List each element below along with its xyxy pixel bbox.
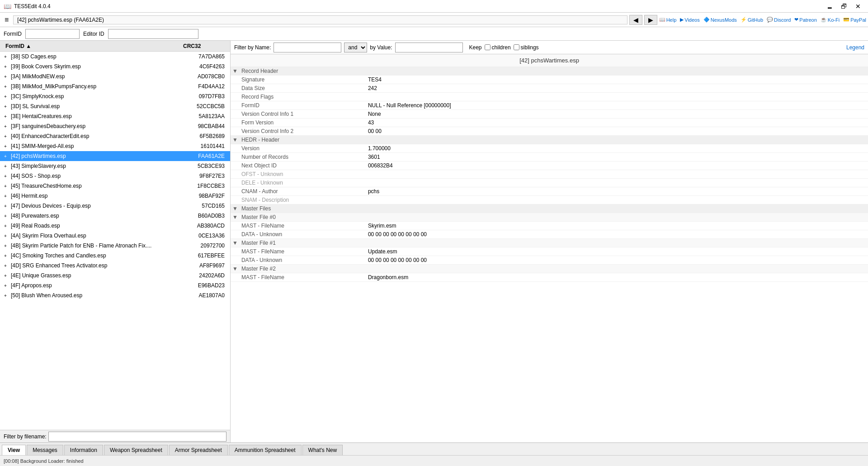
col-crc32-header[interactable]: CRC32 (183, 43, 228, 49)
help-link-discord[interactable]: 💬Discord (767, 17, 791, 23)
close-button[interactable]: ✕ (852, 2, 864, 11)
help-link-label: PayPal (850, 17, 866, 23)
expand-icon[interactable]: + (2, 253, 9, 258)
filename-filter-input[interactable] (48, 432, 226, 442)
expand-icon[interactable]: + (2, 233, 9, 238)
list-item[interactable]: + [3A] MilkModNEW.esp AD078CB0 (0, 71, 230, 81)
list-item[interactable]: + [38] SD Cages.esp 7A7DA865 (0, 52, 230, 62)
file-crc: 5A8123AA (183, 113, 228, 119)
help-link-paypal[interactable]: 💳PayPal (843, 17, 866, 23)
expand-icon[interactable]: + (2, 64, 9, 69)
expand-icon[interactable]: + (2, 194, 9, 199)
list-item[interactable]: + [3C] SimplyKnock.esp 097D7FB3 (0, 91, 230, 101)
expand-icon[interactable]: + (2, 154, 9, 159)
list-item[interactable]: + [47] Devious Devices - Equip.esp 57CD1… (0, 201, 230, 211)
tab-information[interactable]: Information (64, 445, 103, 455)
filter-value-input[interactable] (395, 43, 463, 52)
children-checkbox[interactable] (485, 44, 491, 50)
expand-icon[interactable]: + (2, 204, 9, 209)
legend-button[interactable]: Legend (846, 44, 864, 51)
list-item[interactable]: + [43] SimpleSlavery.esp 5CB3CE93 (0, 161, 230, 171)
expand-icon[interactable]: ▼ (231, 204, 240, 213)
tab-armor-spreadsheet[interactable]: Armor Spreadsheet (169, 445, 228, 455)
file-name: [3C] SimplyKnock.esp (9, 93, 183, 100)
expand-icon[interactable]: ▼ (231, 67, 240, 76)
list-item[interactable]: + [39] Book Covers Skyrim.esp 4C6F4263 (0, 62, 230, 71)
expand-icon[interactable]: + (2, 74, 9, 79)
expand-icon[interactable]: + (2, 184, 9, 189)
list-item[interactable]: + [3F] sanguinesDebauchery.esp 98CBAB44 (0, 121, 230, 131)
list-item[interactable]: + [49] Real Roads.esp AB380ACD (0, 221, 230, 231)
expand-icon[interactable]: + (2, 124, 9, 129)
expand-icon[interactable]: + (2, 144, 9, 149)
list-item[interactable]: + [4B] Skyrim Particle Patch for ENB - F… (0, 241, 230, 251)
expand-icon[interactable]: + (2, 273, 9, 278)
field-value: TES4 (366, 76, 868, 84)
editorid-input[interactable] (108, 29, 198, 39)
field-value: 242 (366, 84, 868, 93)
help-link-label: NexusMods (711, 17, 737, 23)
expand-icon[interactable]: + (2, 214, 9, 219)
tab-weapon-spreadsheet[interactable]: Weapon Spreadsheet (104, 445, 168, 455)
list-item[interactable]: + [45] TreasureChestHome.esp 1F8CCBE3 (0, 181, 230, 191)
tab-messages[interactable]: Messages (27, 445, 63, 455)
expand-icon[interactable]: ▼ (231, 136, 240, 144)
list-item[interactable]: + [3D] SL Survival.esp 52CCBC5B (0, 101, 230, 111)
maximize-button[interactable]: 🗗 (837, 2, 851, 11)
expand-icon[interactable]: + (2, 84, 9, 89)
list-item[interactable]: + [4A] Skyrim Flora Overhaul.esp 0CE13A3… (0, 231, 230, 241)
list-item[interactable]: + [44] SOS - Shop.esp 9F8F27E3 (0, 171, 230, 181)
expand-icon[interactable]: + (2, 243, 9, 248)
expand-icon[interactable]: ▼ (231, 265, 240, 273)
list-item[interactable]: + [50] Blush When Aroused.esp AE1807A0 (0, 290, 230, 300)
and-select[interactable]: and or not (344, 43, 367, 52)
list-item[interactable]: + [42] pchsWartimes.esp FAA61A2E (0, 151, 230, 161)
list-item[interactable]: + [3E] HentaiCreatures.esp 5A8123AA (0, 111, 230, 121)
nav-back-button[interactable]: ◀ (629, 15, 642, 25)
expand-icon[interactable]: + (2, 174, 9, 179)
expand-icon[interactable]: + (2, 94, 9, 99)
list-item[interactable]: + [3B] MilkMod_MilkPumpsFancy.esp F4D4AA… (0, 81, 230, 91)
menu-button[interactable]: ≡ (2, 15, 11, 25)
siblings-checkbox[interactable] (514, 44, 519, 50)
list-item[interactable]: + [40] EnhancedCharacterEdit.esp 6F5B268… (0, 131, 230, 141)
expand-icon[interactable]: ▼ (231, 239, 240, 247)
expand-icon[interactable]: ▼ (231, 213, 240, 222)
help-link-patreon[interactable]: ❤Patreon (794, 17, 817, 23)
nav-forward-button[interactable]: ▶ (644, 15, 657, 25)
list-item[interactable]: + [4D] SRG Enhanced Trees Activator.esp … (0, 261, 230, 271)
field-value (366, 265, 868, 273)
tab-view[interactable]: View (2, 445, 26, 455)
list-item[interactable]: + [4E] Unique Grasses.esp 24202A6D (0, 271, 230, 281)
expand-icon (231, 230, 240, 239)
expand-icon[interactable]: + (2, 283, 9, 288)
expand-icon[interactable]: + (2, 54, 9, 59)
expand-icon[interactable]: + (2, 104, 9, 109)
expand-icon[interactable]: + (2, 114, 9, 119)
expand-icon[interactable]: + (2, 164, 9, 169)
formid-input[interactable] (25, 29, 80, 39)
expand-icon[interactable]: + (2, 223, 9, 228)
list-item[interactable]: + [48] Purewaters.esp B60AD0B3 (0, 211, 230, 221)
help-link-help[interactable]: 📖Help (659, 17, 677, 23)
expand-icon[interactable]: + (2, 263, 9, 268)
expand-icon[interactable]: + (2, 293, 9, 298)
col-formid-header[interactable]: FormID ▲ (2, 42, 183, 50)
help-link-ko-fi[interactable]: ☕Ko-Fi (821, 17, 840, 23)
help-link-nexusmods[interactable]: 🔷NexusMods (703, 17, 737, 23)
field-value: Update.esm (366, 247, 868, 256)
list-item[interactable]: + [41] SMIM-Merged-All.esp 16101441 (0, 141, 230, 151)
table-row: DATA - Unknown 00 00 00 00 00 00 00 00 (231, 256, 868, 265)
minimize-button[interactable]: 🗕 (823, 2, 836, 11)
list-item[interactable]: + [46] Hermit.esp 98BAF92F (0, 191, 230, 201)
filter-name-input[interactable] (274, 43, 341, 52)
help-link-videos[interactable]: ▶Videos (680, 17, 699, 23)
help-link-github[interactable]: ⚡GitHub (741, 17, 763, 23)
tab-what's-new[interactable]: What's New (302, 445, 343, 455)
expand-icon[interactable]: + (2, 134, 9, 139)
field-value: 00 00 00 00 00 00 00 00 (366, 230, 868, 239)
tab-ammunition-spreadsheet[interactable]: Ammunition Spreadsheet (229, 445, 302, 455)
list-item[interactable]: + [4C] Smoking Torches and Candles.esp 6… (0, 251, 230, 261)
list-item[interactable]: + [4F] Apropos.esp E96BAD23 (0, 281, 230, 290)
table-row: FormID NULL - Null Reference [00000000] (231, 101, 868, 110)
